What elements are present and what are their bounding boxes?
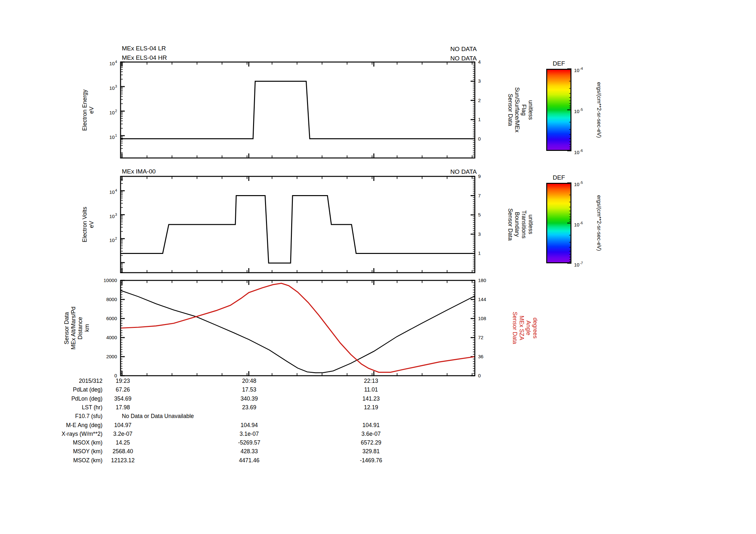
table-note: No Data or Data Unavailable <box>122 412 194 420</box>
y-tick-label-right: 1 <box>478 250 504 257</box>
table-cell: 23.69 <box>214 403 285 412</box>
series-left-panel3 <box>121 291 475 373</box>
table-cell: 340.39 <box>214 394 285 403</box>
y-tick-label-right: 7 <box>478 192 504 199</box>
series-right-panel2 <box>121 196 475 263</box>
y-tick-label-left: 8000 <box>91 296 117 303</box>
y-tick-label-right: 0 <box>478 372 504 379</box>
y-tick-label-right: 1 <box>478 116 504 123</box>
table-cell: 19:23 <box>87 377 158 385</box>
panel1-title-line2: MEx ELS-04 HR <box>122 54 167 62</box>
panel1-border <box>121 62 475 158</box>
y-tick-label-right: 108 <box>478 315 504 322</box>
colorbar-tick-label: 10-6 <box>574 147 600 156</box>
y-tick-label-right: 2 <box>478 97 504 104</box>
table-cell: 3.1e-07 <box>214 430 285 438</box>
table-cell: 141.23 <box>336 394 407 403</box>
panel3-y-axis-label-right: Sensor Data MEx SZA Angle degrees <box>511 280 542 376</box>
colorbar-tick-label: 10-5 <box>574 106 600 115</box>
table-cell: -1469.76 <box>336 456 407 465</box>
y-tick-label-left: 103 <box>94 211 117 220</box>
panel2-y-axis-label-right: Sensor Data Boundary Transitions unitles… <box>507 176 537 273</box>
y-tick-label-right: 3 <box>478 78 504 85</box>
table-row-label: F10.7 (sfu) <box>19 412 102 420</box>
table-cell: 12.19 <box>336 403 407 412</box>
table-cell: 329.81 <box>336 447 407 456</box>
table-cell: 14.25 <box>87 438 158 447</box>
y-tick-label-left: 104 <box>94 187 117 196</box>
table-cell: 4471.46 <box>214 456 285 465</box>
table-cell: 12123.12 <box>87 456 158 465</box>
y-tick-label-right: 5 <box>478 211 504 218</box>
y-tick-label-left: 102 <box>94 108 117 116</box>
table-cell: 104.97 <box>87 421 158 430</box>
table-cell: 17.98 <box>87 403 158 412</box>
colorbar-tick-label: 10-5 <box>574 179 600 188</box>
y-tick-label-right: 4 <box>478 59 504 65</box>
table-cell: 6572.29 <box>336 438 407 447</box>
y-tick-label-right: 9 <box>478 173 504 180</box>
y-tick-label-right: 0 <box>478 135 504 142</box>
series-right-panel3 <box>121 283 475 372</box>
y-tick-label-left: 101 <box>94 132 117 141</box>
y-tick-label-right: 3 <box>478 231 504 238</box>
table-cell: 11.01 <box>336 385 407 394</box>
colorbar2-title: DEF <box>546 174 571 181</box>
table-cell: 104.94 <box>214 421 285 430</box>
y-tick-label-left: 4000 <box>91 334 117 341</box>
colorbar-tick-label: 10-6 <box>574 220 600 228</box>
table-cell: 20:48 <box>214 377 285 385</box>
panel2-title: MEx IMA-00 <box>122 168 156 175</box>
panel1-y-axis-label-right: Sensor Data Sun/Surface/MEx Flag unitles… <box>507 62 537 158</box>
panel2-border <box>121 176 475 273</box>
table-cell: 3.6e-07 <box>336 430 407 438</box>
y-tick-label-left: 104 <box>94 59 117 67</box>
colorbar-tick-label: 10-4 <box>574 65 600 74</box>
panel3-y-axis-label-left: Sensor Data MEx Alt/Mars/Pd Distance km <box>63 280 94 376</box>
colorbar2-gradient <box>546 183 571 263</box>
panel2-no-data-label: NO DATA <box>409 168 477 175</box>
table-cell: 354.69 <box>87 394 158 403</box>
table-cell: 428.33 <box>214 447 285 456</box>
panel1-title-line1: MEx ELS-04 LR <box>122 45 166 52</box>
colorbar1-gradient <box>546 69 571 151</box>
y-tick-label-left: 10000 <box>91 277 117 284</box>
y-tick-label-right: 144 <box>478 296 504 303</box>
table-cell: 67.26 <box>87 385 158 394</box>
table-cell: 2568.40 <box>87 447 158 456</box>
colorbar-tick-label: 10-7 <box>574 260 600 268</box>
colorbar1-title: DEF <box>546 60 571 67</box>
table-cell: -5269.57 <box>214 438 285 447</box>
table-cell: 3.2e-07 <box>87 430 158 438</box>
panel1-no-data-label-1: NO DATA <box>409 45 477 53</box>
panel3-border <box>121 280 475 376</box>
panel1-no-data-label-2: NO DATA <box>409 55 477 62</box>
table-cell: 22:13 <box>336 377 407 385</box>
table-cell: 17.53 <box>214 385 285 394</box>
y-tick-label-right: 180 <box>478 277 504 284</box>
y-tick-label-left: 2000 <box>91 353 117 360</box>
y-tick-label-right: 72 <box>478 334 504 341</box>
y-tick-label-left: 6000 <box>91 315 117 322</box>
plot-page: MEx ELS-04 LR MEx ELS-04 HR NO DATA NO D… <box>0 0 756 534</box>
series-right-panel1 <box>121 81 475 139</box>
y-tick-label-left: 103 <box>94 83 117 92</box>
y-tick-label-right: 36 <box>478 353 504 360</box>
y-tick-label-left: 102 <box>94 235 117 244</box>
table-cell: 104.91 <box>336 421 407 430</box>
